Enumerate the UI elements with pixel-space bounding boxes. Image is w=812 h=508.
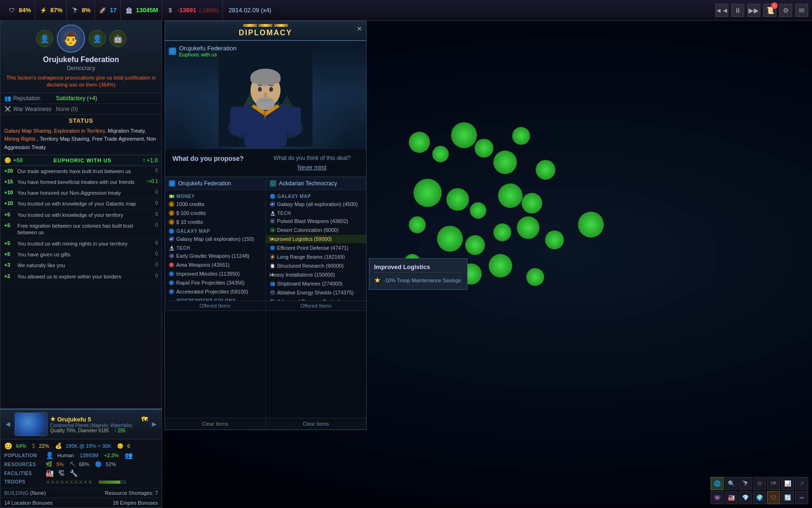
troop-bar-fill xyxy=(99,481,120,484)
proposal-area: What do you propose? What do you think o… xyxy=(165,149,366,177)
messages-button[interactable]: ✉ xyxy=(795,4,808,17)
galaxy-section-icon-right: 🔵 xyxy=(270,194,276,199)
planet-map-icon[interactable]: 🗺 xyxy=(141,416,148,423)
tax-value: 22% xyxy=(39,443,49,449)
faction-type-label: Democracy xyxy=(4,65,158,71)
minimap-btn-8[interactable]: 👾 xyxy=(710,491,724,504)
forward-button[interactable]: ▶▶ xyxy=(747,4,760,17)
svg-rect-14 xyxy=(258,85,262,86)
minimap-btn-9[interactable]: 🏭 xyxy=(725,491,738,504)
energy-value: 87% xyxy=(50,7,62,14)
offer-item[interactable]: $ $ 10 credits xyxy=(165,218,265,227)
planet-blob xyxy=(493,223,511,241)
troops-label: TROOPS xyxy=(4,479,42,484)
mineral-icon: ⛏ xyxy=(70,461,75,468)
resources-label: RESOURCES xyxy=(4,462,42,467)
diplomacy-title: DIPLOMACY xyxy=(165,29,366,37)
tooltip-effect: -10% Troop Maintenance Savings xyxy=(383,278,461,283)
offer-icon-galaxy: 🌌 xyxy=(169,236,174,242)
minimap-btn-4[interactable]: ⚙ xyxy=(753,477,766,490)
minimap-btn-7[interactable]: ↗ xyxy=(795,477,808,490)
diplomacy-close-button[interactable]: ✕ xyxy=(357,25,362,32)
planet-prev-button[interactable]: ◄ xyxy=(4,420,12,429)
ships-icon: 🚀 xyxy=(99,6,107,15)
offer-icon-tech: 🔵 xyxy=(169,289,174,294)
building-value: (None) xyxy=(30,490,46,496)
offer-item[interactable]: 🔵 Improved Missiles (113950) xyxy=(165,270,265,278)
offer-item[interactable]: 📋 Structured Research (90000) xyxy=(266,262,367,270)
offer-item[interactable]: ⚙ Pulsed Blast Weapons (43602) xyxy=(266,217,367,226)
minimap-btn-13[interactable]: 🔄 xyxy=(781,491,794,504)
pause-button[interactable]: ⏸ xyxy=(731,4,744,17)
planet-blob xyxy=(409,216,426,233)
planet-blob xyxy=(451,122,477,148)
offer-item[interactable]: 🔴 Area Weapons (42661) xyxy=(165,261,265,270)
planet-blob xyxy=(432,146,449,162)
minimap-row-2: 👾 🏭 💎 🌍 🛡 🔄 ➡ xyxy=(710,491,808,504)
food-icon: 🌿 xyxy=(46,461,53,468)
offer-item[interactable]: $ $ 100 credits xyxy=(165,209,265,218)
minimap-btn-1[interactable]: 🌐 xyxy=(710,477,724,490)
offer-item[interactable]: 🌌 Galaxy Map (all exploration) (150) xyxy=(165,235,265,244)
offer-icon-money: $ xyxy=(169,201,174,207)
offer-item[interactable]: ⚙ Early Gravitic Weapons (11248) xyxy=(165,252,265,261)
clear-items-button-right[interactable]: Clear Items xyxy=(266,418,367,429)
offer-item[interactable]: 👥 Shipboard Marines (274000) xyxy=(266,279,367,288)
minimap-btn-6[interactable]: 📊 xyxy=(781,477,794,490)
offer-icon-tech: 🛡 xyxy=(270,290,275,295)
planet-info: ★ Orujukefu 5 🗺 Continental Planet (Maje… xyxy=(50,416,148,433)
tooltip-title: Improved Logistics xyxy=(374,263,462,273)
offer-item[interactable]: 🌌 Galaxy Map (all exploration) (4500) xyxy=(266,200,367,209)
minimap-btn-3[interactable]: 🔭 xyxy=(739,477,752,490)
minimap-btn-12[interactable]: 🛡 xyxy=(767,491,780,504)
minimap-btn-11[interactable]: 🌍 xyxy=(753,491,766,504)
minimap-btn-10[interactable]: 💎 xyxy=(739,491,752,504)
portrait-faction-name: Orujukefu Federation xyxy=(179,45,236,52)
offer-item[interactable]: $ 1000 credits xyxy=(165,200,265,209)
offer-item[interactable]: 🔵 Efficient Point Defense (47471) xyxy=(266,244,367,253)
money-icon: 🏦 xyxy=(125,6,133,15)
section-galaxy-map-right: 🔵 GALAXY MAP xyxy=(266,192,367,200)
location-bonuses: 14 Location Bonuses xyxy=(4,500,53,506)
minimap-btn-2[interactable]: 🔍 xyxy=(725,477,738,490)
planet-next-button[interactable]: ► xyxy=(150,420,158,429)
portrait-area: 🌐 Orujukefu Federation Euphoric with us xyxy=(165,41,366,149)
minimap-btn-5[interactable]: 🗺 xyxy=(767,477,780,490)
offer-item-improved-logistics[interactable]: ★ Improved Logistics (59000) xyxy=(266,235,367,244)
list-item: +3 We naturally like you 0 xyxy=(0,260,162,271)
war-weariness-value: None (0) xyxy=(56,106,158,112)
offer-item[interactable]: ★ Heavy Installations (150000) xyxy=(266,270,367,279)
hud-money: 🏦 13045M xyxy=(121,0,162,20)
war-icon: ⚔️ xyxy=(4,106,11,112)
tech-section-icon-right: 🔬 xyxy=(270,211,276,216)
offer-list-right[interactable]: 🔵 GALAXY MAP 🌌 Galaxy Map (all explorati… xyxy=(266,190,367,301)
offer-list-left[interactable]: 💵 MONEY $ 1000 credits $ $ 100 credits $… xyxy=(165,190,265,301)
section-money: 💵 MONEY xyxy=(165,192,265,200)
planet-header: ◄ ★ Orujukefu 5 🗺 Continental Planet (Ma… xyxy=(0,410,162,439)
planet-blob xyxy=(465,235,485,255)
character-portrait xyxy=(219,43,312,147)
list-item: +2 You allowed us to explore within your… xyxy=(0,271,162,282)
offer-item[interactable]: 🔵 Accelerated Projectiles (58100) xyxy=(165,287,265,296)
never-mind-button[interactable]: Never mind xyxy=(265,164,359,171)
clear-items-button-left[interactable]: Clear Items xyxy=(165,418,265,429)
planet-stats: 😊 64% $ 22% 💰 195K @ 19% = 36K 😊 6 POPUL… xyxy=(0,439,162,488)
reputation-value: Satisfactory (+4) xyxy=(56,95,158,102)
offer-item[interactable]: 🔧 Advanced Damage Control xyxy=(266,297,367,301)
notification-button[interactable]: 📜 1 xyxy=(763,4,776,17)
offer-item[interactable]: 🏜 Desert Colonization (6000) xyxy=(266,226,367,235)
list-item: +5 You have given us gifts 0 xyxy=(0,249,162,260)
planet-blob xyxy=(545,230,564,249)
faction-avatar-small-2: 👤 xyxy=(89,30,106,47)
offer-item[interactable]: 🔵 Rapid Fire Projectiles (34356) xyxy=(165,278,265,287)
offer-item[interactable]: 🛡 Ablative Energy Shields (174375) xyxy=(266,288,367,297)
list-item: +10 You trusted us with knowledge of you… xyxy=(0,198,162,209)
gas-icon: 🔵 xyxy=(95,461,102,468)
rewind-button[interactable]: ◄◄ xyxy=(715,4,728,17)
minimap-btn-14[interactable]: ➡ xyxy=(795,491,808,504)
facility-icon-1: 🏭 xyxy=(46,469,54,477)
settings-button[interactable]: ⚙ xyxy=(779,4,792,17)
proposal-right: What do you think of this deal? Never mi… xyxy=(265,155,359,171)
offer-item[interactable]: ⚡ Long Range Beams (182169) xyxy=(266,253,367,262)
section-tech: 🔬 TECH xyxy=(165,244,265,252)
